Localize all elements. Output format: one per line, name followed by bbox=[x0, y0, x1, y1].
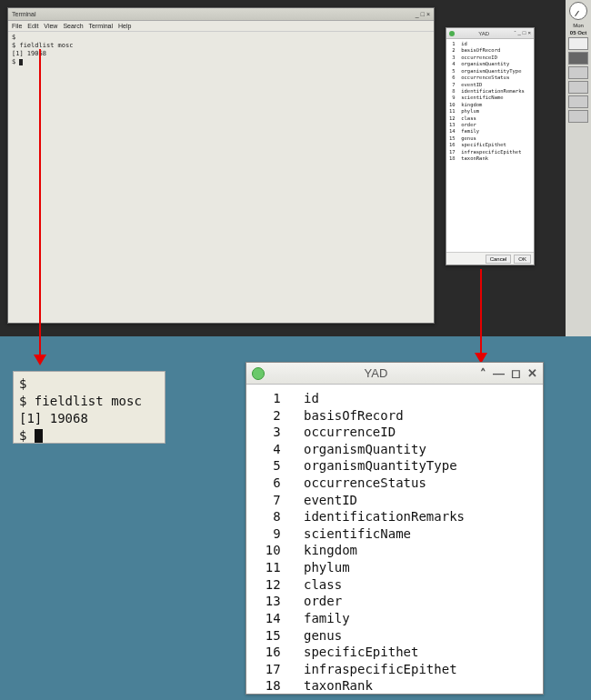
list-item[interactable]: 4 organismQuantity bbox=[449, 61, 531, 67]
close-icon[interactable]: × bbox=[426, 11, 430, 17]
terminal-line: [1] 19068 bbox=[12, 50, 430, 58]
menu-help[interactable]: Help bbox=[118, 23, 131, 29]
app-icon bbox=[449, 31, 455, 36]
minimize-icon[interactable]: — bbox=[493, 366, 505, 380]
panel-applet[interactable] bbox=[568, 81, 588, 94]
terminal-line: [1] 19068 bbox=[19, 410, 159, 427]
terminal-line: $ bbox=[12, 34, 430, 42]
terminal-window[interactable]: Terminal _ □ × File Edit View Search Ter… bbox=[7, 7, 435, 324]
list-item[interactable]: 2 basisOfRecord bbox=[449, 47, 531, 54]
terminal-line: $ fieldlist mosc bbox=[12, 42, 430, 50]
yad-window[interactable]: YAD ˄ _ □ × 1 id 2 basisOfRecord 3 occur… bbox=[446, 27, 535, 265]
minimize-icon[interactable]: _ bbox=[518, 30, 521, 36]
arrow-connector bbox=[480, 269, 482, 355]
list-item[interactable]: 11 phylum bbox=[250, 559, 539, 576]
terminal-line: $ bbox=[12, 58, 430, 66]
yad-list[interactable]: 1 id 2 basisOfRecord 3 occurrenceID 4 or… bbox=[246, 385, 543, 694]
list-item[interactable]: 3 occurrenceID bbox=[449, 55, 531, 61]
list-item[interactable]: 18 taxonRank bbox=[449, 155, 531, 162]
list-item[interactable]: 10 kingdom bbox=[449, 102, 531, 108]
list-item[interactable]: 15 genus bbox=[449, 135, 531, 142]
panel-applet[interactable] bbox=[568, 66, 588, 79]
maximize-icon[interactable]: ◻ bbox=[511, 366, 521, 380]
list-item[interactable]: 5 organismQuantityType bbox=[449, 68, 531, 75]
list-item[interactable]: 17 infraspecificEpithet bbox=[250, 661, 539, 678]
list-item[interactable]: 8 identificationRemarks bbox=[449, 88, 531, 95]
list-item[interactable]: 11 phylum bbox=[449, 108, 531, 115]
cursor-icon bbox=[19, 59, 23, 65]
desktop-background: Terminal _ □ × File Edit View Search Ter… bbox=[0, 0, 591, 336]
yad-titlebar[interactable]: YAD ˄ _ □ × bbox=[446, 28, 534, 39]
list-item[interactable]: 6 occurrenceStatus bbox=[250, 475, 539, 492]
terminal-body[interactable]: $ $ fieldlist mosc [1] 19068 $ bbox=[8, 32, 434, 68]
minimize-icon[interactable]: _ bbox=[416, 11, 419, 17]
close-icon[interactable]: ✕ bbox=[527, 366, 537, 380]
app-icon bbox=[252, 367, 265, 380]
list-item[interactable]: 9 scientificName bbox=[250, 525, 539, 543]
list-item[interactable]: 6 occurrenceStatus bbox=[449, 75, 531, 81]
yad-title: YAD bbox=[272, 366, 480, 380]
rollup-icon[interactable]: ˄ bbox=[480, 366, 486, 380]
list-item[interactable]: 12 class bbox=[449, 115, 531, 122]
menu-view[interactable]: View bbox=[44, 23, 57, 29]
list-item[interactable]: 7 eventID bbox=[449, 82, 531, 88]
list-item[interactable]: 14 family bbox=[250, 610, 539, 627]
rollup-icon[interactable]: ˄ bbox=[514, 30, 516, 36]
desktop-panel: Mon 05 Oct bbox=[566, 0, 591, 336]
terminal-line: $ bbox=[19, 427, 159, 445]
list-item[interactable]: 12 class bbox=[250, 576, 539, 594]
list-item[interactable]: 3 occurrenceID bbox=[250, 424, 539, 441]
list-item[interactable]: 4 organismQuantity bbox=[250, 441, 539, 458]
terminal-window-controls: _ □ × bbox=[416, 11, 430, 17]
list-item[interactable]: 17 infraspecificEpithet bbox=[449, 149, 531, 155]
close-icon[interactable]: × bbox=[527, 30, 531, 36]
yad-window-controls: ˄ _ □ × bbox=[514, 30, 531, 36]
terminal-line: $ bbox=[19, 375, 159, 393]
yad-footer: Cancel OK bbox=[446, 252, 534, 265]
list-item[interactable]: 13 order bbox=[449, 122, 531, 128]
yad-list[interactable]: 1 id 2 basisOfRecord 3 occurrenceID 4 or… bbox=[446, 39, 534, 252]
list-item[interactable]: 16 specificEpithet bbox=[449, 142, 531, 148]
yad-window-controls: ˄ — ◻ ✕ bbox=[480, 366, 537, 380]
arrow-head-down-icon bbox=[34, 355, 46, 365]
terminal-menubar: File Edit View Search Terminal Help bbox=[8, 21, 434, 32]
list-item[interactable]: 16 specificEpithet bbox=[250, 644, 539, 661]
list-item[interactable]: 8 identificationRemarks bbox=[250, 508, 539, 525]
terminal-line: $ fieldlist mosc bbox=[19, 393, 159, 410]
panel-applet[interactable] bbox=[568, 52, 588, 65]
list-item[interactable]: 2 basisOfRecord bbox=[250, 407, 539, 425]
panel-date: 05 Oct bbox=[567, 30, 589, 35]
clock-icon[interactable] bbox=[569, 2, 587, 20]
list-item[interactable]: 1 id bbox=[250, 390, 539, 407]
list-item[interactable]: 5 organismQuantityType bbox=[250, 457, 539, 475]
list-item[interactable]: 14 family bbox=[449, 128, 531, 135]
yad-title: YAD bbox=[478, 31, 489, 36]
menu-search[interactable]: Search bbox=[63, 23, 83, 29]
maximize-icon[interactable]: □ bbox=[523, 30, 526, 36]
panel-day: Mon bbox=[567, 23, 589, 28]
yad-titlebar[interactable]: YAD ˄ — ◻ ✕ bbox=[246, 363, 543, 385]
cursor-icon bbox=[35, 429, 43, 443]
terminal-zoom: $ $ fieldlist mosc [1] 19068 $ bbox=[13, 371, 165, 444]
menu-edit[interactable]: Edit bbox=[27, 23, 38, 29]
ok-button[interactable]: OK bbox=[514, 255, 531, 264]
panel-applet[interactable] bbox=[568, 37, 588, 50]
terminal-title: Terminal bbox=[12, 11, 35, 17]
arrow-connector bbox=[39, 49, 41, 356]
maximize-icon[interactable]: □ bbox=[421, 11, 425, 17]
panel-applet[interactable] bbox=[568, 110, 588, 123]
yad-window-zoom[interactable]: YAD ˄ — ◻ ✕ 1 id 2 basisOfRecord 3 occur… bbox=[245, 362, 544, 695]
list-item[interactable]: 18 taxonRank bbox=[250, 677, 539, 694]
list-item[interactable]: 7 eventID bbox=[250, 492, 539, 509]
list-item[interactable]: 9 scientificName bbox=[449, 95, 531, 101]
panel-applet[interactable] bbox=[568, 95, 588, 108]
list-item[interactable]: 1 id bbox=[449, 41, 531, 47]
list-item[interactable]: 15 genus bbox=[250, 627, 539, 645]
terminal-titlebar[interactable]: Terminal _ □ × bbox=[8, 8, 434, 21]
list-item[interactable]: 10 kingdom bbox=[250, 542, 539, 559]
list-item[interactable]: 13 order bbox=[250, 593, 539, 610]
cancel-button[interactable]: Cancel bbox=[486, 255, 512, 264]
menu-terminal[interactable]: Terminal bbox=[89, 23, 113, 29]
menu-file[interactable]: File bbox=[12, 23, 22, 29]
